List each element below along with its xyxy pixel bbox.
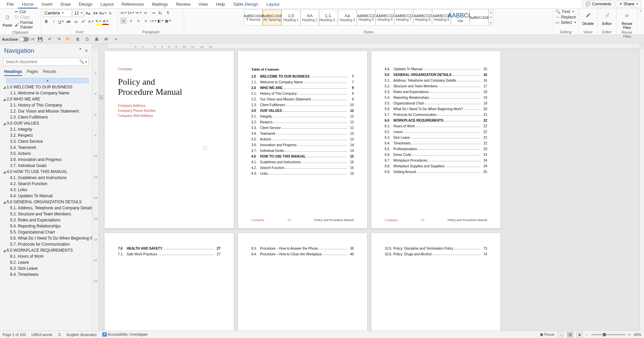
share-button[interactable]: ↗Share <box>616 1 641 7</box>
tab-table-design[interactable]: Table Design <box>229 0 262 8</box>
decrease-indent-icon[interactable]: ⇤ <box>142 9 149 16</box>
nav-heading-item[interactable]: 6.3. Sick Leave <box>1 265 91 271</box>
style-tile[interactable]: AaBbCcDdl¶ Normal <box>244 9 263 26</box>
strikethrough-icon[interactable]: ab <box>65 18 72 25</box>
nav-heading-item[interactable]: 3.5. Actions <box>1 151 91 157</box>
page-2[interactable]: Table of Contents 1.0WELCOME TO OUR BUSI… <box>238 51 367 228</box>
nav-heading-item[interactable]: ◢4.0 HOW TO USE THIS MANUAL <box>1 169 91 175</box>
vertical-ruler[interactable]: 246810121416182022 <box>92 49 99 331</box>
bold-icon[interactable]: B <box>43 18 50 25</box>
numbering-icon[interactable]: 1≡ <box>128 9 134 16</box>
nav-heading-item[interactable]: 5.7. Protocols for Communication <box>1 241 91 247</box>
tab-review[interactable]: Review <box>172 0 195 8</box>
focus-button[interactable]: ▣ Focus <box>540 332 554 337</box>
print-layout-icon[interactable]: ▤ <box>567 332 573 337</box>
caret-icon[interactable]: ◢ <box>2 122 7 125</box>
grow-font-icon[interactable]: A▴ <box>85 10 91 16</box>
collapse-ribbon-icon[interactable]: ˄ <box>638 9 644 35</box>
page-5[interactable]: 9.3.Procedure – How to Answer the Phone3… <box>238 233 367 331</box>
nav-heading-item[interactable]: 3.6. Innovation and Progress <box>1 157 91 163</box>
nav-heading-item[interactable]: 1.1. Welcome to Company Name <box>1 90 91 96</box>
customize-qat-icon[interactable] <box>112 36 119 43</box>
nav-heading-item[interactable]: ◢6.0 WORKPLACE REQUIREMENTS <box>1 247 91 253</box>
search-input[interactable]: 🔍 <box>3 58 89 66</box>
quick-print-icon[interactable]: 🖶 <box>93 36 100 43</box>
nav-heading-item[interactable]: 3.4. Teamwork <box>1 144 91 151</box>
nav-heading-item[interactable]: ◢2.0 WHO WE ARE <box>1 96 91 102</box>
editor-button[interactable]: Editor <box>602 22 612 26</box>
tab-mailings[interactable]: Mailings <box>148 0 172 8</box>
autosave-toggle[interactable]: AutoSave Off <box>2 37 34 42</box>
table-move-handle-icon[interactable]: ✥ <box>99 95 103 99</box>
subscript-icon[interactable]: x₂ <box>73 18 79 25</box>
open-icon[interactable]: 📂 <box>65 36 72 43</box>
nav-heading-item[interactable]: 3.7. Individual Goals <box>1 163 91 169</box>
nav-heading-item[interactable]: 5.3. Roles and Expectations <box>1 217 91 223</box>
page-4[interactable]: 7.0HEALTH AND SAFETY277.1.Safe Work Prac… <box>104 233 234 331</box>
nav-heading-item[interactable]: 5.5. Organizational Chart <box>1 229 91 235</box>
bullets-icon[interactable]: •≡ <box>120 9 127 16</box>
editor-icon[interactable]: 📝 <box>600 9 614 21</box>
nav-heading-item[interactable]: 2.1. History of This Company <box>1 102 91 108</box>
nav-heading-item[interactable]: 6.1. Hours of Work <box>1 253 91 259</box>
tab-design[interactable]: Design <box>75 0 96 8</box>
nav-heading-item[interactable]: 2.2. Our Vision and Mission Statement <box>1 108 91 114</box>
mic-icon[interactable]: 🎤 <box>582 9 595 21</box>
tab-references[interactable]: References <box>118 0 148 8</box>
style-tile[interactable]: AABBCCDHeading 8 <box>413 9 432 26</box>
paste-button[interactable]: Paste <box>3 23 12 27</box>
nav-heading-item[interactable]: 4.4. Updates To Manual <box>1 193 91 199</box>
style-tile[interactable]: AABBCCDHeading 7 <box>394 9 413 26</box>
find-button[interactable]: 🔍Find <box>556 9 574 14</box>
nav-heading-item[interactable]: 4.2. Search Function <box>1 181 91 187</box>
nav-heading-item[interactable]: 3.1. Integrity <box>1 126 91 132</box>
reuse-button[interactable]: ReuseFiles <box>622 22 633 30</box>
replace-button[interactable]: ↔Replace <box>556 15 576 19</box>
underline-icon[interactable]: U <box>58 18 65 25</box>
font-color-icon[interactable]: A <box>102 18 109 25</box>
justify-icon[interactable]: ≡ <box>142 17 149 24</box>
vertical-scrollbar[interactable] <box>639 49 644 331</box>
zoom-in-icon[interactable]: + <box>629 333 631 337</box>
close-icon[interactable]: ✕ <box>85 48 88 53</box>
sort-icon[interactable]: A↓ <box>157 9 164 16</box>
new-icon[interactable]: 🗋 <box>84 36 91 43</box>
zoom-slider[interactable] <box>592 334 625 335</box>
tab-layout[interactable]: Layout <box>96 0 118 8</box>
status-language[interactable]: English (Australia) <box>67 333 97 337</box>
nav-heading-item[interactable]: ◢5.0 GENERAL ORGANIZATION DETAILS <box>1 199 91 205</box>
style-tile[interactable]: 1.1.Heading 3... <box>319 9 338 26</box>
cut-button[interactable]: ✂Cut <box>15 9 26 14</box>
shrink-font-icon[interactable]: A▾ <box>92 10 99 16</box>
nav-heading-item[interactable]: 6.2. Leave <box>1 259 91 265</box>
style-tile[interactable]: AABBCCTitle <box>451 9 470 26</box>
nav-heading-item[interactable]: ◢1.0 WELCOME TO OUR BUSINESS <box>1 84 91 90</box>
increase-indent-icon[interactable]: ⇥ <box>150 9 157 16</box>
status-words[interactable]: 14853 words <box>31 333 52 337</box>
caret-icon[interactable]: ◢ <box>2 249 7 252</box>
reuse-icon[interactable]: 🗂 <box>620 9 634 21</box>
undo-icon[interactable]: ↶ <box>46 36 53 43</box>
highlight-icon[interactable]: ✎ <box>95 18 101 25</box>
email-icon[interactable]: ✉ <box>103 36 110 43</box>
style-tile[interactable]: AaBbCcDdl <box>470 9 488 26</box>
read-mode-icon[interactable]: ▭ <box>558 332 564 337</box>
zoom-level[interactable]: 60% <box>634 333 641 337</box>
accessibility-icon[interactable]: ♿ Accessibility: Investigate <box>102 332 148 337</box>
caret-icon[interactable]: ◢ <box>2 85 7 89</box>
format-painter-button[interactable]: 🖌Format Painter <box>15 20 39 30</box>
save-icon[interactable]: 💾 <box>37 36 44 43</box>
page-3[interactable]: 4.4.Updates To Manual155.0GENERAL ORGANI… <box>371 51 501 228</box>
align-center-icon[interactable]: ≡ <box>128 17 134 24</box>
nav-heading-item[interactable]: 3.2. Respect <box>1 132 91 138</box>
italic-icon[interactable]: I <box>50 18 57 25</box>
nav-heading-item[interactable]: ◢3.0 OUR VALUES <box>1 120 91 126</box>
paste-icon[interactable]: 📋 <box>2 12 13 23</box>
search-field[interactable] <box>4 59 78 64</box>
style-tile[interactable]: AaHeading 4 <box>338 9 357 26</box>
nav-tab-headings[interactable]: Headings <box>4 69 22 76</box>
redo-icon[interactable]: ↷ <box>56 36 62 43</box>
nav-heading-item[interactable]: 5.6. What Do I Need To Do When Beginning… <box>1 235 91 241</box>
nav-options-icon[interactable] <box>79 48 81 50</box>
tab-view[interactable]: View <box>195 0 212 8</box>
